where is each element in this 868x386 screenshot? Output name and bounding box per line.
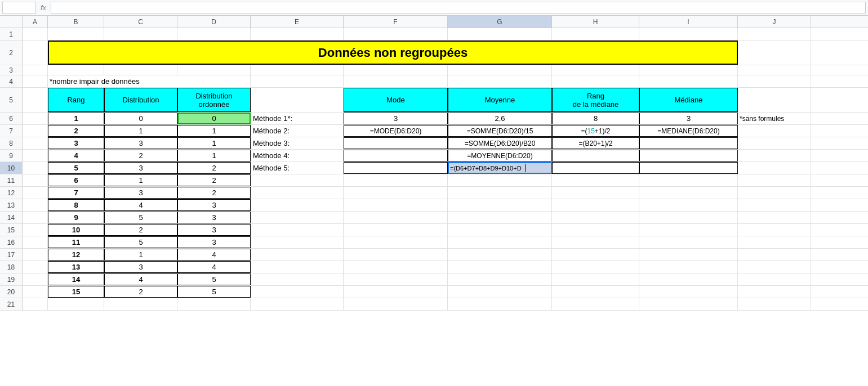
cell-b7[interactable]: 2 — [48, 125, 104, 137]
cell-h4[interactable] — [552, 75, 639, 87]
header-rang-mediane[interactable]: Rangde la médiane — [552, 88, 639, 112]
cell-e11[interactable] — [251, 174, 344, 186]
cell-d15[interactable]: 3 — [177, 224, 251, 236]
cell-e19[interactable] — [251, 273, 344, 285]
cell-e10[interactable]: Méthode 5: — [251, 162, 344, 174]
cell-i21[interactable] — [639, 298, 738, 310]
cell-a4[interactable] — [23, 75, 48, 87]
cell-c17[interactable]: 1 — [104, 249, 177, 261]
cell-i15[interactable] — [639, 224, 738, 236]
cell-e4[interactable] — [251, 75, 344, 87]
cell-f20[interactable] — [344, 286, 448, 298]
cell-d10[interactable]: 2 — [177, 162, 251, 174]
cell-e9[interactable]: Méthode 4: — [251, 150, 344, 161]
cell-g6[interactable]: 2,6 — [448, 113, 552, 124]
cell-g4[interactable] — [448, 75, 552, 87]
cell-j12[interactable] — [738, 187, 811, 199]
cell-b9[interactable]: 4 — [48, 150, 104, 161]
cell-d18[interactable]: 4 — [177, 261, 251, 273]
cell-a17[interactable] — [23, 249, 48, 261]
cell-g17[interactable] — [448, 249, 552, 261]
cell-a19[interactable] — [23, 273, 48, 285]
col-header-h[interactable]: H — [552, 16, 639, 28]
title-cell[interactable]: Données non regroupées — [48, 41, 738, 65]
cell-e18[interactable] — [251, 261, 344, 273]
cell-c12[interactable]: 3 — [104, 187, 177, 199]
cell-f21[interactable] — [344, 298, 448, 310]
cell-i20[interactable] — [639, 286, 738, 298]
cell-b6[interactable]: 1 — [48, 113, 104, 124]
cell-a16[interactable] — [23, 236, 48, 248]
cell-f3[interactable] — [344, 65, 448, 75]
col-header-g[interactable]: G — [448, 16, 552, 28]
cell-g15[interactable] — [448, 224, 552, 236]
cell-j19[interactable] — [738, 273, 811, 285]
cell-h1[interactable] — [552, 28, 639, 40]
cell-c6[interactable]: 0 — [104, 113, 177, 124]
cell-h15[interactable] — [552, 224, 639, 236]
cell-g9[interactable]: =MOYENNE(D6:D20) — [448, 150, 552, 161]
col-header-i[interactable]: I — [639, 16, 738, 28]
cell-i8[interactable] — [639, 137, 738, 149]
cell-f4[interactable] — [344, 75, 448, 87]
header-moyenne[interactable]: Moyenne — [448, 88, 552, 112]
cell-j18[interactable] — [738, 261, 811, 273]
cell-i16[interactable] — [639, 236, 738, 248]
cell-e6[interactable]: Méthode 1*: — [251, 113, 344, 124]
cell-e20[interactable] — [251, 286, 344, 298]
cell-f8[interactable] — [344, 137, 448, 149]
cell-h11[interactable] — [552, 174, 639, 186]
cell-e1[interactable] — [251, 28, 344, 40]
cell-i11[interactable] — [639, 174, 738, 186]
cell-b11[interactable]: 6 — [48, 174, 104, 186]
cell-a3[interactable] — [23, 65, 48, 75]
cell-d3[interactable] — [177, 65, 251, 75]
cell-b14[interactable]: 9 — [48, 212, 104, 223]
cell-b19[interactable]: 14 — [48, 273, 104, 285]
cell-c13[interactable]: 4 — [104, 199, 177, 211]
cell-d9[interactable]: 1 — [177, 150, 251, 161]
cell-j15[interactable] — [738, 224, 811, 236]
col-header-a[interactable]: A — [23, 16, 48, 28]
cell-a7[interactable] — [23, 125, 48, 137]
cell-c16[interactable]: 5 — [104, 236, 177, 248]
cell-b13[interactable]: 8 — [48, 199, 104, 211]
cell-e8[interactable]: Méthode 3: — [251, 137, 344, 149]
cell-a21[interactable] — [23, 298, 48, 310]
cell-j5[interactable] — [738, 88, 811, 112]
cell-i10[interactable] — [639, 162, 738, 174]
cell-h17[interactable] — [552, 249, 639, 261]
cell-f11[interactable] — [344, 174, 448, 186]
cell-i7[interactable]: =MEDIANE(D6:D20) — [639, 125, 738, 137]
cell-a12[interactable] — [23, 187, 48, 199]
cell-h10[interactable] — [552, 162, 639, 174]
cell-g18[interactable] — [448, 261, 552, 273]
cell-g8[interactable]: =SOMME(D6:D20)/B20 — [448, 137, 552, 149]
header-mode[interactable]: Mode — [344, 88, 448, 112]
cell-j16[interactable] — [738, 236, 811, 248]
cell-g14[interactable] — [448, 212, 552, 223]
cell-j14[interactable] — [738, 212, 811, 223]
cell-j7[interactable] — [738, 125, 811, 137]
cell-g20[interactable] — [448, 286, 552, 298]
cell-d7[interactable]: 1 — [177, 125, 251, 137]
cell-g3[interactable] — [448, 65, 552, 75]
cell-a6[interactable] — [23, 113, 48, 124]
cell-a18[interactable] — [23, 261, 48, 273]
cell-d11[interactable]: 2 — [177, 174, 251, 186]
col-header-f[interactable]: F — [344, 16, 448, 28]
cell-a14[interactable] — [23, 212, 48, 223]
cell-c8[interactable]: 3 — [104, 137, 177, 149]
col-header-j[interactable]: J — [738, 16, 811, 28]
cell-j8[interactable] — [738, 137, 811, 149]
cell-b1[interactable] — [48, 28, 104, 40]
col-header-d[interactable]: D — [177, 16, 251, 28]
cell-a15[interactable] — [23, 224, 48, 236]
cell-f10[interactable] — [344, 162, 448, 174]
cell-h6[interactable]: 8 — [552, 113, 639, 124]
cell-e17[interactable] — [251, 249, 344, 261]
cell-h18[interactable] — [552, 261, 639, 273]
cell-c11[interactable]: 1 — [104, 174, 177, 186]
cell-i12[interactable] — [639, 187, 738, 199]
cell-b12[interactable]: 7 — [48, 187, 104, 199]
